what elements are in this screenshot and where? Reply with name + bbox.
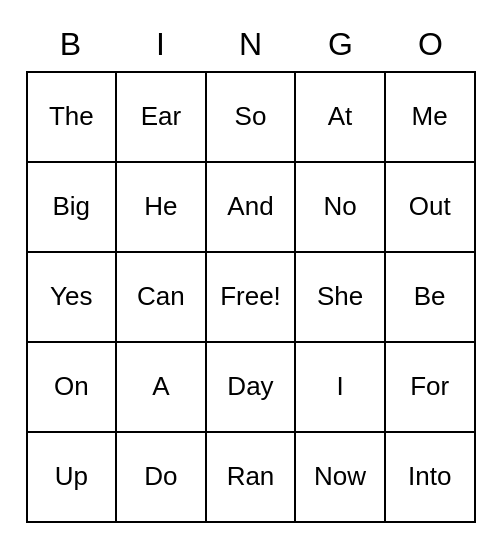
bingo-cell[interactable]: Do xyxy=(117,433,207,521)
bingo-cell[interactable]: Big xyxy=(28,163,118,251)
bingo-grid: TheEarSoAtMeBigHeAndNoOutYesCanFree!SheB… xyxy=(26,71,476,523)
bingo-cell[interactable]: I xyxy=(296,343,386,431)
table-row: UpDoRanNowInto xyxy=(28,433,474,521)
bingo-cell[interactable]: Be xyxy=(386,253,474,341)
bingo-cell[interactable]: A xyxy=(117,343,207,431)
bingo-cell[interactable]: He xyxy=(117,163,207,251)
bingo-card: BINGO TheEarSoAtMeBigHeAndNoOutYesCanFre… xyxy=(26,22,476,523)
bingo-cell[interactable]: At xyxy=(296,73,386,161)
bingo-cell[interactable]: So xyxy=(207,73,297,161)
bingo-cell[interactable]: Up xyxy=(28,433,118,521)
header-letter: N xyxy=(206,22,296,67)
header-letter: O xyxy=(386,22,476,67)
bingo-cell[interactable]: Ran xyxy=(207,433,297,521)
bingo-cell[interactable]: Day xyxy=(207,343,297,431)
header-letter: I xyxy=(116,22,206,67)
table-row: BigHeAndNoOut xyxy=(28,163,474,253)
bingo-cell[interactable]: No xyxy=(296,163,386,251)
header-letter: G xyxy=(296,22,386,67)
bingo-cell[interactable]: The xyxy=(28,73,118,161)
header-letter: B xyxy=(26,22,116,67)
bingo-cell[interactable]: For xyxy=(386,343,474,431)
bingo-cell[interactable]: Into xyxy=(386,433,474,521)
bingo-cell[interactable]: On xyxy=(28,343,118,431)
bingo-cell[interactable]: And xyxy=(207,163,297,251)
table-row: TheEarSoAtMe xyxy=(28,73,474,163)
bingo-header: BINGO xyxy=(26,22,476,67)
table-row: OnADayIFor xyxy=(28,343,474,433)
bingo-cell[interactable]: Ear xyxy=(117,73,207,161)
bingo-cell[interactable]: Yes xyxy=(28,253,118,341)
bingo-cell[interactable]: Can xyxy=(117,253,207,341)
bingo-cell[interactable]: Out xyxy=(386,163,474,251)
bingo-cell[interactable]: Now xyxy=(296,433,386,521)
table-row: YesCanFree!SheBe xyxy=(28,253,474,343)
bingo-cell[interactable]: She xyxy=(296,253,386,341)
bingo-cell[interactable]: Free! xyxy=(207,253,297,341)
bingo-cell[interactable]: Me xyxy=(386,73,474,161)
